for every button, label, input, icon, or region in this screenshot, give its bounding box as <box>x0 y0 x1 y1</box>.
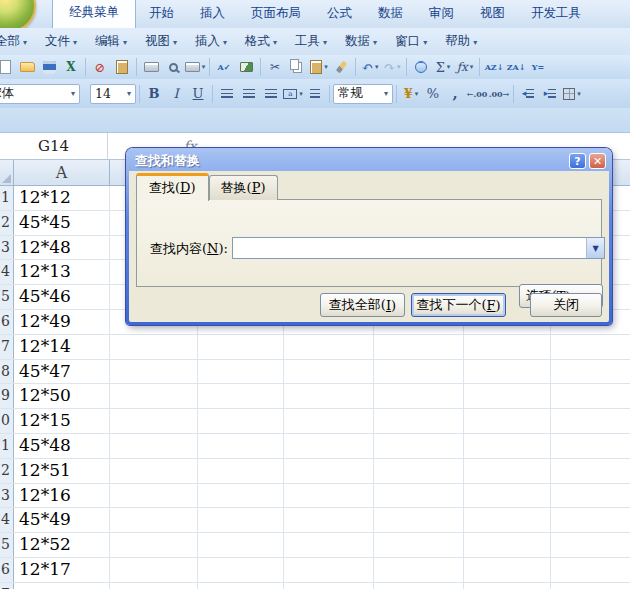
hyperlink-button[interactable] <box>410 57 432 77</box>
dialog-help-button[interactable]: ? <box>569 153 586 169</box>
cell-a15[interactable]: 12*52 <box>14 533 110 557</box>
cell-a13[interactable]: 12*16 <box>14 484 110 508</box>
underline-button[interactable]: U <box>187 84 209 104</box>
find-what-input[interactable] <box>233 238 586 258</box>
cell-a1[interactable]: 12*12 <box>14 186 110 210</box>
menu-all[interactable]: 全部▾ <box>0 29 36 54</box>
menu-tools[interactable]: 工具▾ <box>286 29 336 54</box>
dialog-close-button[interactable]: ✕ <box>589 153 606 169</box>
menu-file[interactable]: 文件▾ <box>36 29 86 54</box>
font-name-combo[interactable]: 宋体▾ <box>0 84 80 104</box>
menu-view[interactable]: 视图▾ <box>136 29 186 54</box>
copy-button[interactable] <box>286 57 308 77</box>
row-header[interactable]: 5 <box>0 285 14 309</box>
align-right-button[interactable] <box>260 84 282 104</box>
menu-window[interactable]: 窗口▾ <box>386 29 436 54</box>
comma-style-button[interactable]: , <box>444 84 466 104</box>
menu-help[interactable]: 帮助▾ <box>436 29 486 54</box>
italic-button[interactable]: I <box>165 84 187 104</box>
align-left-button[interactable] <box>216 84 238 104</box>
autofilter-button[interactable]: Y= <box>527 57 549 77</box>
cell-a3[interactable]: 12*48 <box>14 236 110 260</box>
ribbon-tab-data[interactable]: 数据 <box>365 0 416 28</box>
print-preview-button[interactable] <box>162 57 184 77</box>
insert-function-button[interactable]: ƒx▾ <box>454 57 476 77</box>
row-header[interactable]: 4 <box>0 260 14 284</box>
menu-insert[interactable]: 插入▾ <box>186 29 236 54</box>
find-next-button[interactable]: 查找下一个(F) <box>411 293 506 317</box>
row-header[interactable]: 10 <box>0 409 14 433</box>
percent-style-button[interactable]: % <box>422 84 444 104</box>
name-box[interactable]: G14 <box>0 133 108 159</box>
number-format-combo[interactable]: 常规▾ <box>333 84 393 104</box>
align-center-button[interactable] <box>238 84 260 104</box>
ribbon-tab-developer[interactable]: 开发工具 <box>518 0 594 28</box>
row-header[interactable]: 9 <box>0 384 14 408</box>
close-button[interactable]: 关闭 <box>530 293 602 317</box>
cell-a6[interactable]: 12*49 <box>14 310 110 334</box>
redo-button[interactable]: ↷▾ <box>381 57 403 77</box>
row-header[interactable]: 17 <box>0 583 14 589</box>
row-header[interactable]: 2 <box>0 211 14 235</box>
excel-workbook-button[interactable]: X <box>60 57 82 77</box>
ribbon-tab-review[interactable]: 审阅 <box>416 0 467 28</box>
research-button[interactable] <box>235 57 257 77</box>
increase-decimal-button[interactable]: ←.00 <box>466 84 488 104</box>
print-setup-button[interactable]: ▾ <box>184 57 206 77</box>
cut-button[interactable]: ✂ <box>264 57 286 77</box>
find-all-button[interactable]: 查找全部(I) <box>320 293 405 317</box>
office-button[interactable] <box>0 0 36 28</box>
row-header[interactable]: 7 <box>0 335 14 359</box>
column-header-a[interactable]: A <box>14 160 110 185</box>
cell-a5[interactable]: 45*46 <box>14 285 110 309</box>
menu-data[interactable]: 数据▾ <box>336 29 386 54</box>
bold-button[interactable]: B <box>143 84 165 104</box>
row-header[interactable]: 8 <box>0 360 14 384</box>
ribbon-tab-page-layout[interactable]: 页面布局 <box>238 0 314 28</box>
row-header[interactable]: 15 <box>0 533 14 557</box>
font-size-combo[interactable]: 14▾ <box>90 84 136 104</box>
ribbon-tab-formulas[interactable]: 公式 <box>314 0 365 28</box>
menu-format[interactable]: 格式▾ <box>236 29 286 54</box>
cell-a14[interactable]: 45*49 <box>14 508 110 532</box>
cell-a8[interactable]: 45*47 <box>14 360 110 384</box>
permission-button[interactable]: ⊘ <box>89 57 111 77</box>
ribbon-tab-view[interactable]: 视图 <box>467 0 518 28</box>
currency-style-button[interactable]: ¥▾ <box>400 84 422 104</box>
spellcheck-button[interactable]: A✓ <box>213 57 235 77</box>
sort-ascending-button[interactable]: AZ↓ <box>483 57 505 77</box>
decrease-decimal-button[interactable]: .00→ <box>488 84 510 104</box>
dialog-title-bar[interactable]: 查找和替换 ? ✕ <box>129 151 609 171</box>
cell-a9[interactable]: 12*50 <box>14 384 110 408</box>
undo-button[interactable]: ↶▾ <box>359 57 381 77</box>
borders-button[interactable]: ▾ <box>561 84 583 104</box>
row-header[interactable]: 11 <box>0 434 14 458</box>
row-header[interactable]: 12 <box>0 459 14 483</box>
find-what-dropdown-button[interactable]: ▼ <box>586 238 604 258</box>
attach-button[interactable] <box>111 57 133 77</box>
cell-a7[interactable]: 12*14 <box>14 335 110 359</box>
format-painter-button[interactable] <box>330 57 352 77</box>
row-header[interactable]: 3 <box>0 236 14 260</box>
autosum-button[interactable]: Σ▾ <box>432 57 454 77</box>
row-header[interactable]: 14 <box>0 508 14 532</box>
ribbon-tab-classic-menu[interactable]: 经典菜单 <box>52 0 136 28</box>
print-button[interactable] <box>140 57 162 77</box>
row-header[interactable]: 1 <box>0 186 14 210</box>
row-header[interactable]: 6 <box>0 310 14 334</box>
increase-indent-button[interactable]: ▸ <box>539 84 561 104</box>
row-header[interactable]: 16 <box>0 558 14 582</box>
cell-a11[interactable]: 45*48 <box>14 434 110 458</box>
select-all-corner[interactable] <box>0 160 14 185</box>
sort-descending-button[interactable]: ZA↓ <box>505 57 527 77</box>
tab-find[interactable]: 查找(D) <box>136 173 209 201</box>
new-document-button[interactable] <box>0 57 16 77</box>
cell-a4[interactable]: 12*13 <box>14 260 110 284</box>
save-button[interactable] <box>38 57 60 77</box>
merge-center-button[interactable]: a▾ <box>282 84 304 104</box>
text-wrap-button[interactable] <box>304 84 326 104</box>
tab-replace[interactable]: 替换(P) <box>209 175 278 200</box>
cell-a12[interactable]: 12*51 <box>14 459 110 483</box>
paste-button[interactable]: ▾ <box>308 57 330 77</box>
cell-a10[interactable]: 12*15 <box>14 409 110 433</box>
